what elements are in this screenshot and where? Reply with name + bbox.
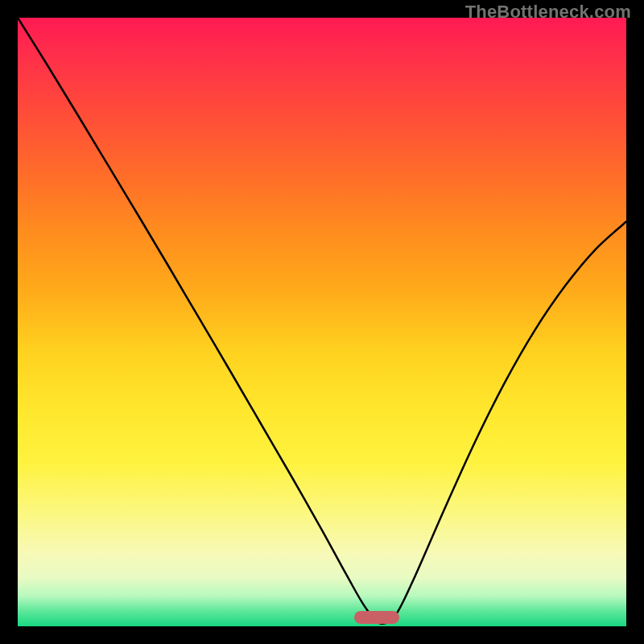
optimal-marker [354,611,399,624]
curve-svg [18,18,626,626]
bottleneck-curve-path [18,18,626,624]
watermark-text: TheBottleneck.com [465,2,631,23]
plot-area [18,18,626,626]
chart-frame: TheBottleneck.com [0,0,644,644]
